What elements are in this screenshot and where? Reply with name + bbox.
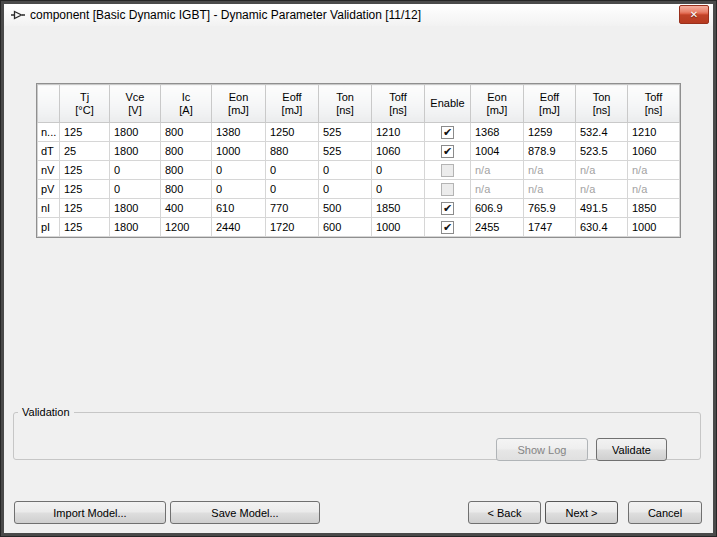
cell-vce[interactable]: 0 [110,161,161,180]
cell-tj[interactable]: 125 [60,180,110,199]
cell-toff[interactable]: 1210 [372,123,425,142]
cell-eon-result: 1368 [471,123,524,142]
column-header-ic: Ic[A] [161,85,212,123]
next-button[interactable]: Next > [545,501,618,524]
table-row: pI 125 1800 1200 2440 1720 600 1000 ✔ 24… [38,218,680,237]
cell-eon-result: 606.9 [471,199,524,218]
cell-toff[interactable]: 0 [372,161,425,180]
column-header-toff: Toff[ns] [372,85,425,123]
cell-ic[interactable]: 800 [161,142,212,161]
save-model-button[interactable]: Save Model... [170,501,320,524]
enable-checkbox [441,183,454,196]
cell-vce[interactable]: 1800 [110,199,161,218]
cell-vce[interactable]: 1800 [110,218,161,237]
table-row: pV 125 0 800 0 0 0 0 n/a n/a n/a n/a [38,180,680,199]
validate-button[interactable]: Validate [596,438,667,461]
cell-vce[interactable]: 0 [110,180,161,199]
row-label: pV [38,180,60,199]
cell-eon[interactable]: 0 [212,161,266,180]
app-icon [10,8,25,23]
cell-ic[interactable]: 800 [161,123,212,142]
cell-toff-result: n/a [628,180,680,199]
cell-enable [425,161,471,180]
column-header-ton-result: Ton[ns] [576,85,628,123]
row-label: nI [38,199,60,218]
cell-tj[interactable]: 25 [60,142,110,161]
cell-enable: ✔ [425,199,471,218]
close-icon: ✕ [690,10,698,20]
cell-eoff-result: 1259 [524,123,576,142]
table-row: nI 125 1800 400 610 770 500 1850 ✔ 606.9… [38,199,680,218]
cell-eon[interactable]: 1380 [212,123,266,142]
column-header-eoff: Eoff[mJ] [266,85,319,123]
cell-eoff-result: 1747 [524,218,576,237]
cell-ic[interactable]: 800 [161,180,212,199]
cell-toff-result: 1000 [628,218,680,237]
cell-ic[interactable]: 1200 [161,218,212,237]
row-label: nV [38,161,60,180]
back-button[interactable]: < Back [468,501,541,524]
cancel-button[interactable]: Cancel [628,501,702,524]
cell-eon[interactable]: 610 [212,199,266,218]
cell-ton[interactable]: 525 [319,142,372,161]
enable-checkbox[interactable]: ✔ [441,202,454,215]
validation-legend: Validation [18,406,74,418]
cell-ton-result: 523.5 [576,142,628,161]
import-model-button[interactable]: Import Model... [14,501,166,524]
cell-toff[interactable]: 1850 [372,199,425,218]
cell-ton-result: n/a [576,161,628,180]
cell-ton[interactable]: 525 [319,123,372,142]
cell-ton[interactable]: 0 [319,180,372,199]
cell-eon-result: n/a [471,180,524,199]
cell-eoff[interactable]: 0 [266,161,319,180]
cell-eon[interactable]: 1000 [212,142,266,161]
cell-ton-result: n/a [576,180,628,199]
row-label: n... [38,123,60,142]
table-row: nV 125 0 800 0 0 0 0 n/a n/a n/a n/a [38,161,680,180]
cell-eoff[interactable]: 880 [266,142,319,161]
cell-toff[interactable]: 1000 [372,218,425,237]
cell-ton-result: 491.5 [576,199,628,218]
cell-ton[interactable]: 0 [319,161,372,180]
cell-toff[interactable]: 1060 [372,142,425,161]
cell-vce[interactable]: 1800 [110,123,161,142]
close-button[interactable]: ✕ [679,5,709,24]
cell-eoff-result: n/a [524,161,576,180]
cell-vce[interactable]: 1800 [110,142,161,161]
enable-checkbox[interactable]: ✔ [441,221,454,234]
cell-ic[interactable]: 400 [161,199,212,218]
cell-ton[interactable]: 500 [319,199,372,218]
cell-ton[interactable]: 600 [319,218,372,237]
cell-eon-result: 1004 [471,142,524,161]
cell-toff[interactable]: 0 [372,180,425,199]
cell-eon[interactable]: 0 [212,180,266,199]
cell-enable [425,180,471,199]
cell-tj[interactable]: 125 [60,161,110,180]
cell-ic[interactable]: 800 [161,161,212,180]
cell-enable: ✔ [425,123,471,142]
cell-eoff[interactable]: 1720 [266,218,319,237]
cell-eon[interactable]: 2440 [212,218,266,237]
column-header-eon-result: Eon[mJ] [471,85,524,123]
titlebar[interactable]: component [Basic Dynamic IGBT] - Dynamic… [4,4,713,26]
cell-eoff[interactable]: 0 [266,180,319,199]
parameter-table: Tj[°C] Vce[V] Ic[A] Eon[mJ] Eoff[mJ] Ton… [37,84,680,237]
column-header-eon: Eon[mJ] [212,85,266,123]
cell-toff-result: n/a [628,161,680,180]
cell-tj[interactable]: 125 [60,199,110,218]
cell-tj[interactable]: 125 [60,218,110,237]
cell-ton-result: 630.4 [576,218,628,237]
cell-eoff[interactable]: 770 [266,199,319,218]
enable-checkbox[interactable]: ✔ [441,145,454,158]
cell-enable: ✔ [425,142,471,161]
show-log-button: Show Log [496,438,588,461]
cell-toff-result: 1060 [628,142,680,161]
cell-tj[interactable]: 125 [60,123,110,142]
cell-toff-result: 1850 [628,199,680,218]
cell-enable: ✔ [425,218,471,237]
enable-checkbox[interactable]: ✔ [441,126,454,139]
cell-eoff-result: 765.9 [524,199,576,218]
cell-eon-result: n/a [471,161,524,180]
cell-eoff[interactable]: 1250 [266,123,319,142]
dialog-window: component [Basic Dynamic IGBT] - Dynamic… [0,0,717,537]
